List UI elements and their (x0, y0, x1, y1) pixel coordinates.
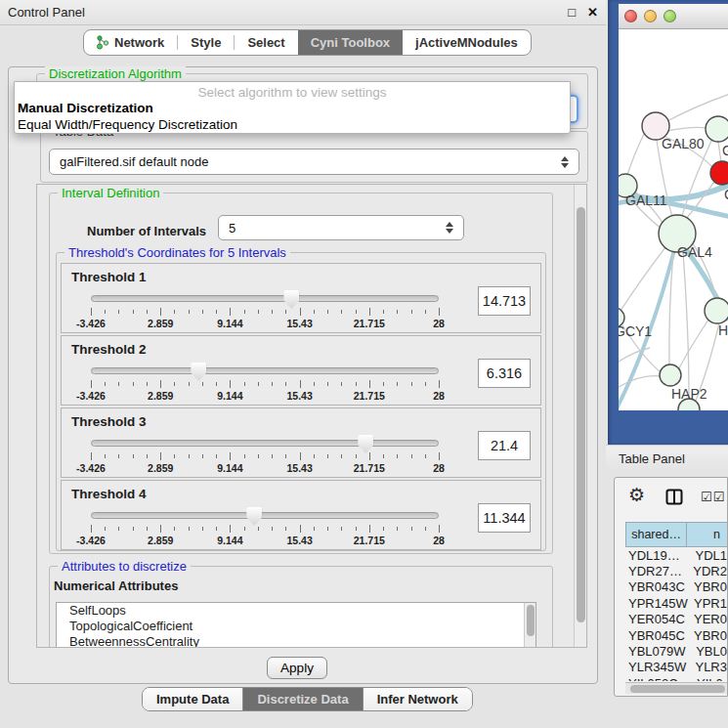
scrollbar-thumb[interactable] (630, 685, 725, 693)
cell-name: YBL0 (692, 644, 727, 659)
threshold-2-value-field[interactable]: 6.316 (478, 359, 531, 388)
tab-impute-data[interactable]: Impute Data (143, 688, 242, 710)
algorithm-option-manual[interactable]: Manual Discretization (15, 100, 570, 116)
gear-icon[interactable]: ⚙ (628, 486, 645, 504)
slider-thumb[interactable] (246, 507, 262, 526)
algorithm-option-equal-width[interactable]: Equal Width/Frequency Discretization (15, 116, 570, 133)
scrollbar-thumb[interactable] (577, 207, 585, 622)
threshold-4-value-field[interactable]: 11.344 (478, 503, 531, 533)
table-row[interactable]: YBL079W YBL0 (625, 643, 727, 659)
table-row[interactable]: YDR27… YDR2 (625, 563, 727, 578)
slider-track[interactable] (91, 512, 439, 519)
threshold-1-value-field[interactable]: 14.713 (478, 286, 531, 316)
tab-label: Style (191, 35, 221, 50)
tab-select[interactable]: Select (235, 30, 297, 55)
numerical-attributes-list[interactable]: SelfLoopsTopologicalCoefficientBetweenne… (56, 602, 536, 648)
threshold-4-box: Threshold 4 -3.4262.8599.14415.4321.7152… (61, 480, 541, 550)
cell-shared-name: YIL052C (625, 676, 693, 681)
edge (667, 127, 707, 131)
threshold-2-slider[interactable]: -3.4262.8599.14415.4321.71528 (91, 362, 439, 403)
threshold-label: Threshold 3 (71, 414, 147, 429)
network-view-window: GAL80 GA C GAL11 GAL4 GCY1 H HAP2 (608, 0, 728, 445)
apply-button[interactable]: Apply (267, 657, 327, 679)
threshold-1-slider[interactable]: -3.4262.8599.14415.4321.71528 (91, 289, 439, 330)
scrollbar-thumb[interactable] (527, 605, 535, 636)
tab-network[interactable]: Network (84, 30, 177, 55)
tab-jactivemnodules[interactable]: jActiveMNodules (403, 30, 531, 55)
table-row[interactable]: YIL052C YIL0 (625, 675, 727, 681)
slider-track[interactable] (91, 295, 439, 302)
list-scrollbar[interactable] (524, 603, 535, 648)
tick-label: 2.859 (148, 318, 173, 329)
tick-label: -3.426 (76, 535, 106, 546)
minimize-traffic-light[interactable] (644, 10, 657, 22)
table-data-group: Table Data galFiltered.sif default node (40, 131, 588, 183)
slider-track[interactable] (91, 367, 439, 374)
attribute-list-item[interactable]: BetweennessCentrality (57, 634, 535, 648)
tick-label: -3.426 (76, 462, 106, 474)
cell-shared-name: YDL19… (625, 548, 691, 563)
tick-label: 28 (433, 390, 445, 402)
table-data-value: galFiltered.sif default node (60, 154, 208, 169)
node-hap2[interactable] (660, 364, 681, 386)
tick-label: 2.859 (148, 462, 173, 474)
network-canvas[interactable]: GAL80 GA C GAL11 GAL4 GCY1 H HAP2 (619, 29, 728, 410)
cell-shared-name: YER054C (625, 612, 690, 626)
table-row[interactable]: YDL19… YDL1 (625, 547, 727, 563)
table-row[interactable]: YLR345W YLR3 (625, 660, 727, 675)
close-traffic-light[interactable] (624, 10, 637, 22)
number-of-intervals-label: Number of Intervals (87, 224, 206, 238)
node-partial-top-right[interactable] (706, 116, 728, 142)
tick-label: 9.144 (217, 535, 242, 546)
settings-vertical-scrollbar[interactable] (574, 185, 586, 647)
table-horizontal-scrollbar[interactable] (625, 682, 727, 694)
float-window-icon[interactable]: □ (568, 5, 576, 20)
number-of-intervals-combobox[interactable]: 5 (218, 215, 464, 240)
tab-label: Cyni Toolbox (311, 35, 390, 50)
cell-name: YBR0 (690, 628, 727, 643)
threshold-2-box: Threshold 2 -3.4262.8599.14415.4321.7152… (61, 335, 541, 406)
table-row[interactable]: YPR145W YPR1 (625, 595, 727, 611)
tab-infer-network[interactable]: Infer Network (363, 688, 472, 710)
table-data-combobox[interactable]: galFiltered.sif default node (49, 149, 579, 175)
node-red-selected[interactable] (710, 161, 728, 185)
tab-label: Network (114, 35, 164, 50)
cell-name: YLR3 (691, 660, 727, 674)
tab-cyni-toolbox[interactable]: Cyni Toolbox (298, 30, 403, 55)
slider-thumb[interactable] (191, 363, 206, 381)
table-header-row: shared… n (625, 522, 728, 547)
threshold-1-box: Threshold 1 -3.4262.8599.14415.4321.7152… (61, 263, 541, 333)
slider-thumb[interactable] (358, 435, 373, 453)
column-header-shared[interactable]: shared… (625, 522, 687, 547)
zoom-traffic-light[interactable] (664, 10, 676, 22)
tick-label: 9.144 (217, 462, 242, 474)
spinner-icon (561, 156, 569, 168)
table-body[interactable]: YDL19… YDL1 YDR27… YDR2 YBR043C YBR0 YPR… (625, 547, 727, 681)
tab-label: Infer Network (377, 692, 458, 707)
tab-discretize-data[interactable]: Discretize Data (242, 688, 362, 710)
slider-thumb[interactable] (283, 290, 299, 309)
tick-label: 2.859 (148, 535, 173, 546)
threshold-4-slider[interactable]: -3.4262.8599.14415.4321.71528 (91, 506, 439, 547)
columns-icon[interactable] (665, 489, 683, 509)
attribute-list-item[interactable]: TopologicalCoefficient (57, 619, 535, 634)
slider-track[interactable] (91, 440, 439, 447)
tab-style[interactable]: Style (178, 30, 234, 55)
slider-tick-labels: -3.4262.8599.14415.4321.71528 (91, 318, 439, 329)
threshold-3-slider[interactable]: -3.4262.8599.14415.4321.71528 (91, 434, 439, 475)
threshold-3-value-field[interactable]: 21.4 (478, 431, 531, 460)
cell-shared-name: YPR145W (625, 596, 690, 611)
column-header-name[interactable]: n (687, 522, 728, 547)
tick-label: 28 (433, 535, 445, 546)
node-label-partial-h: H (718, 322, 728, 338)
attribute-list-item[interactable]: SelfLoops (57, 603, 535, 619)
table-row[interactable]: YBR043C YBR0 (625, 579, 727, 595)
slider-tick-labels: -3.4262.8599.14415.4321.71528 (91, 390, 439, 402)
checkboxes-icon[interactable]: ☑☑ (701, 490, 725, 504)
network-icon (97, 35, 109, 50)
table-row[interactable]: YER054C YER0 (625, 612, 727, 627)
table-row[interactable]: YBR045C YBR0 (625, 627, 727, 643)
close-window-icon[interactable]: ✕ (587, 5, 598, 20)
node-partial-right[interactable] (705, 298, 728, 323)
control-panel-titlebar: Control Panel □ ✕ (0, 0, 606, 25)
